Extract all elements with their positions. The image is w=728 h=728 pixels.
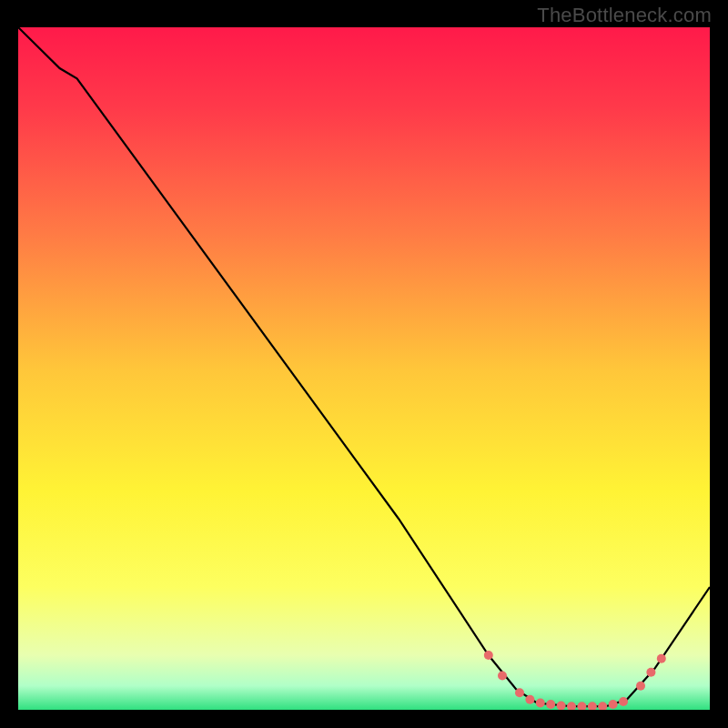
chart-plot-area (18, 27, 710, 710)
curve-marker (636, 682, 645, 691)
curve-marker (536, 699, 545, 708)
curve-marker (646, 668, 655, 677)
chart-svg (18, 27, 710, 710)
curve-marker (619, 697, 628, 706)
curve-marker (525, 695, 534, 704)
curve-marker (657, 654, 666, 663)
curve-marker (609, 700, 618, 709)
curve-marker (498, 672, 507, 681)
chart-background (18, 27, 710, 710)
curve-marker (546, 700, 555, 709)
attribution-label: TheBottleneck.com (537, 4, 712, 27)
curve-marker (484, 651, 493, 660)
curve-marker (515, 688, 524, 697)
